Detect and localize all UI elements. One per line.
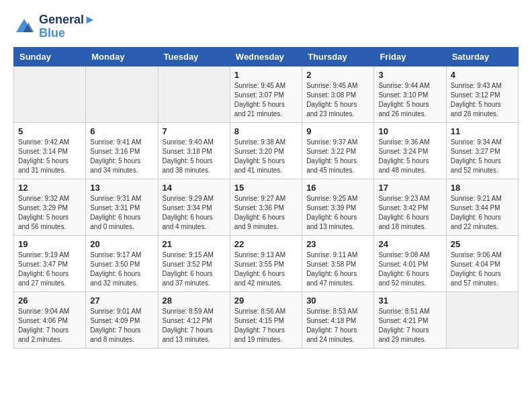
day-number: 29 xyxy=(234,295,298,306)
day-info: Sunrise: 9:15 AMSunset: 3:52 PMDaylight:… xyxy=(163,250,226,288)
day-number: 7 xyxy=(163,126,226,136)
calendar-cell xyxy=(14,66,86,122)
day-info: Sunrise: 9:06 AMSunset: 4:04 PMDaylight:… xyxy=(451,250,514,288)
calendar-cell: 29Sunrise: 8:56 AMSunset: 4:15 PMDayligh… xyxy=(230,291,302,348)
day-number: 8 xyxy=(234,126,298,136)
day-info: Sunrise: 8:51 AMSunset: 4:21 PMDaylight:… xyxy=(378,307,441,345)
header-day-thursday: Thursday xyxy=(302,47,374,66)
calendar-cell: 30Sunrise: 8:53 AMSunset: 4:18 PMDayligh… xyxy=(302,291,374,348)
calendar-cell: 21Sunrise: 9:15 AMSunset: 3:52 PMDayligh… xyxy=(158,235,230,291)
calendar-cell: 14Sunrise: 9:29 AMSunset: 3:34 PMDayligh… xyxy=(158,179,230,235)
day-number: 4 xyxy=(451,70,514,80)
calendar-week-2: 5Sunrise: 9:42 AMSunset: 3:14 PMDaylight… xyxy=(14,122,519,179)
calendar-cell: 26Sunrise: 9:04 AMSunset: 4:06 PMDayligh… xyxy=(14,291,86,348)
day-number: 30 xyxy=(306,295,369,306)
day-info: Sunrise: 9:32 AMSunset: 3:29 PMDaylight:… xyxy=(18,194,81,232)
header-day-monday: Monday xyxy=(86,47,158,66)
calendar-cell: 4Sunrise: 9:43 AMSunset: 3:12 PMDaylight… xyxy=(446,66,518,122)
day-info: Sunrise: 8:53 AMSunset: 4:18 PMDaylight:… xyxy=(306,307,369,345)
day-number: 11 xyxy=(451,126,514,136)
calendar-cell: 11Sunrise: 9:34 AMSunset: 3:27 PMDayligh… xyxy=(446,122,518,179)
day-number: 16 xyxy=(306,183,369,193)
day-number: 5 xyxy=(18,126,81,136)
day-number: 13 xyxy=(90,183,153,193)
calendar-week-5: 26Sunrise: 9:04 AMSunset: 4:06 PMDayligh… xyxy=(14,291,519,348)
calendar-cell: 6Sunrise: 9:41 AMSunset: 3:16 PMDaylight… xyxy=(86,122,158,179)
calendar-header-row: SundayMondayTuesdayWednesdayThursdayFrid… xyxy=(14,47,519,66)
day-number: 24 xyxy=(378,239,441,249)
calendar-week-4: 19Sunrise: 9:19 AMSunset: 3:47 PMDayligh… xyxy=(14,235,519,291)
day-number: 20 xyxy=(90,239,153,249)
day-info: Sunrise: 9:13 AMSunset: 3:55 PMDaylight:… xyxy=(234,250,298,288)
calendar-cell: 8Sunrise: 9:38 AMSunset: 3:20 PMDaylight… xyxy=(230,122,302,179)
calendar-cell: 3Sunrise: 9:44 AMSunset: 3:10 PMDaylight… xyxy=(374,66,446,122)
day-number: 1 xyxy=(234,70,298,80)
day-number: 19 xyxy=(18,239,81,249)
day-number: 14 xyxy=(163,183,226,193)
header-day-friday: Friday xyxy=(374,47,446,66)
day-number: 23 xyxy=(306,239,369,249)
calendar-week-3: 12Sunrise: 9:32 AMSunset: 3:29 PMDayligh… xyxy=(14,179,519,235)
day-number: 6 xyxy=(90,126,153,136)
day-info: Sunrise: 9:21 AMSunset: 3:44 PMDaylight:… xyxy=(451,194,514,232)
day-info: Sunrise: 9:17 AMSunset: 3:50 PMDaylight:… xyxy=(90,250,153,288)
calendar-cell: 15Sunrise: 9:27 AMSunset: 3:36 PMDayligh… xyxy=(230,179,302,235)
calendar-week-1: 1Sunrise: 9:45 AMSunset: 3:07 PMDaylight… xyxy=(14,66,519,122)
day-number: 18 xyxy=(451,183,514,193)
header: General► Blue xyxy=(13,13,519,40)
calendar-cell: 31Sunrise: 8:51 AMSunset: 4:21 PMDayligh… xyxy=(374,291,446,348)
calendar-cell xyxy=(86,66,158,122)
header-day-tuesday: Tuesday xyxy=(158,47,230,66)
calendar-cell: 13Sunrise: 9:31 AMSunset: 3:31 PMDayligh… xyxy=(86,179,158,235)
header-day-sunday: Sunday xyxy=(14,47,86,66)
day-info: Sunrise: 9:42 AMSunset: 3:14 PMDaylight:… xyxy=(18,138,81,175)
calendar-cell: 10Sunrise: 9:36 AMSunset: 3:24 PMDayligh… xyxy=(374,122,446,179)
day-info: Sunrise: 9:45 AMSunset: 3:07 PMDaylight:… xyxy=(234,81,298,119)
day-info: Sunrise: 9:04 AMSunset: 4:06 PMDaylight:… xyxy=(18,307,81,345)
day-number: 22 xyxy=(234,239,298,249)
day-info: Sunrise: 9:01 AMSunset: 4:09 PMDaylight:… xyxy=(90,307,153,345)
day-info: Sunrise: 9:23 AMSunset: 3:42 PMDaylight:… xyxy=(378,194,441,232)
calendar-cell: 2Sunrise: 9:45 AMSunset: 3:08 PMDaylight… xyxy=(302,66,374,122)
day-info: Sunrise: 8:59 AMSunset: 4:12 PMDaylight:… xyxy=(163,307,226,345)
day-number: 21 xyxy=(163,239,226,249)
day-number: 15 xyxy=(234,183,298,193)
day-info: Sunrise: 9:08 AMSunset: 4:01 PMDaylight:… xyxy=(378,250,441,288)
day-number: 26 xyxy=(18,295,81,306)
day-info: Sunrise: 9:38 AMSunset: 3:20 PMDaylight:… xyxy=(234,138,298,175)
day-info: Sunrise: 9:37 AMSunset: 3:22 PMDaylight:… xyxy=(306,138,369,175)
header-day-saturday: Saturday xyxy=(446,47,518,66)
day-number: 27 xyxy=(90,295,153,306)
day-number: 3 xyxy=(378,70,441,80)
logo-text: General► Blue xyxy=(39,13,96,40)
calendar-cell: 7Sunrise: 9:40 AMSunset: 3:18 PMDaylight… xyxy=(158,122,230,179)
day-number: 12 xyxy=(18,183,81,193)
day-info: Sunrise: 9:40 AMSunset: 3:18 PMDaylight:… xyxy=(163,138,226,175)
calendar-table: SundayMondayTuesdayWednesdayThursdayFrid… xyxy=(13,47,519,349)
day-info: Sunrise: 9:31 AMSunset: 3:31 PMDaylight:… xyxy=(90,194,153,232)
header-day-wednesday: Wednesday xyxy=(230,47,302,66)
calendar-cell: 23Sunrise: 9:11 AMSunset: 3:58 PMDayligh… xyxy=(302,235,374,291)
calendar-cell: 9Sunrise: 9:37 AMSunset: 3:22 PMDaylight… xyxy=(302,122,374,179)
calendar-cell xyxy=(158,66,230,122)
calendar-cell: 17Sunrise: 9:23 AMSunset: 3:42 PMDayligh… xyxy=(374,179,446,235)
day-info: Sunrise: 9:45 AMSunset: 3:08 PMDaylight:… xyxy=(306,81,369,119)
calendar-cell: 28Sunrise: 8:59 AMSunset: 4:12 PMDayligh… xyxy=(158,291,230,348)
calendar-cell: 1Sunrise: 9:45 AMSunset: 3:07 PMDaylight… xyxy=(230,66,302,122)
calendar-cell: 16Sunrise: 9:25 AMSunset: 3:39 PMDayligh… xyxy=(302,179,374,235)
calendar-cell: 12Sunrise: 9:32 AMSunset: 3:29 PMDayligh… xyxy=(14,179,86,235)
calendar-cell xyxy=(446,291,518,348)
calendar-cell: 24Sunrise: 9:08 AMSunset: 4:01 PMDayligh… xyxy=(374,235,446,291)
logo: General► Blue xyxy=(13,13,96,40)
calendar-cell: 19Sunrise: 9:19 AMSunset: 3:47 PMDayligh… xyxy=(14,235,86,291)
calendar-cell: 27Sunrise: 9:01 AMSunset: 4:09 PMDayligh… xyxy=(86,291,158,348)
day-number: 31 xyxy=(378,295,441,306)
calendar-cell: 25Sunrise: 9:06 AMSunset: 4:04 PMDayligh… xyxy=(446,235,518,291)
day-info: Sunrise: 9:36 AMSunset: 3:24 PMDaylight:… xyxy=(378,138,441,175)
day-info: Sunrise: 9:27 AMSunset: 3:36 PMDaylight:… xyxy=(234,194,298,232)
day-number: 28 xyxy=(163,295,226,306)
calendar-cell: 22Sunrise: 9:13 AMSunset: 3:55 PMDayligh… xyxy=(230,235,302,291)
day-info: Sunrise: 9:29 AMSunset: 3:34 PMDaylight:… xyxy=(163,194,226,232)
day-info: Sunrise: 9:43 AMSunset: 3:12 PMDaylight:… xyxy=(451,81,514,119)
day-info: Sunrise: 9:41 AMSunset: 3:16 PMDaylight:… xyxy=(90,138,153,175)
